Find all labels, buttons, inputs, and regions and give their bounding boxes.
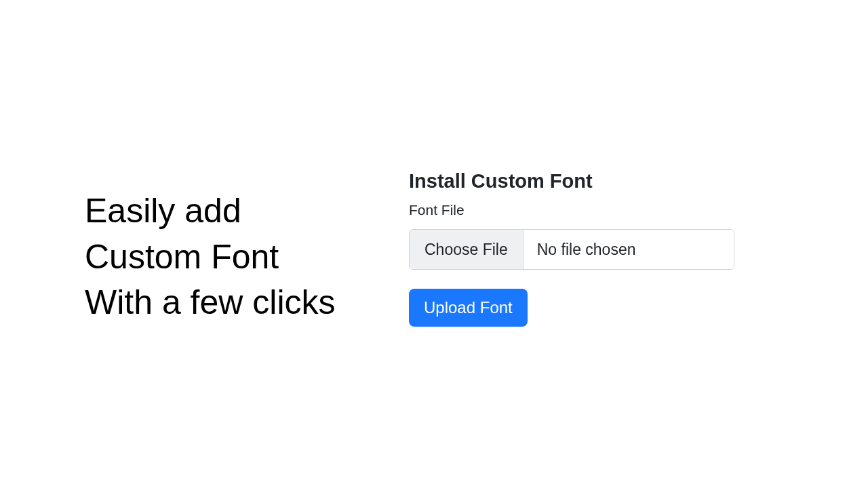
file-status-text: No file chosen [524,230,734,269]
choose-file-button[interactable]: Choose File [410,230,524,269]
headline-line-2: Custom Font [85,235,336,281]
panel-title: Install Custom Font [409,170,734,192]
marketing-headline: Easily add Custom Font With a few clicks [85,188,336,326]
headline-line-3: With a few clicks [85,280,336,326]
font-file-label: Font File [409,202,734,218]
headline-line-1: Easily add [85,188,336,235]
upload-font-button[interactable]: Upload Font [409,289,528,327]
install-font-panel: Install Custom Font Font File Choose Fil… [409,170,734,327]
file-input[interactable]: Choose File No file chosen [409,229,734,270]
